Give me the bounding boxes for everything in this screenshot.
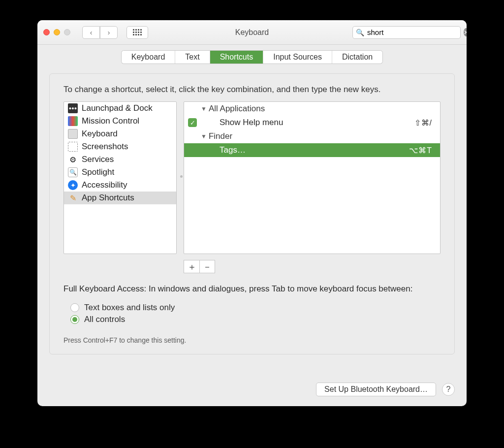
category-list[interactable]: ●●● Launchpad & Dock Mission Control Key… [63,101,177,254]
category-label: Keyboard [82,129,118,139]
lists-container: ●●● Launchpad & Dock Mission Control Key… [63,101,441,254]
category-spotlight[interactable]: 🔍 Spotlight [64,166,176,179]
back-button[interactable]: ‹ [82,26,100,39]
category-label: Mission Control [82,116,139,126]
gear-icon: ⚙︎ [68,155,78,164]
category-app-shortcuts[interactable]: ✎ App Shortcuts [64,192,176,204]
screenshots-icon [68,142,78,152]
disclosure-triangle-icon[interactable]: ▼ [201,105,207,112]
content-area: Keyboard Text Shortcuts Input Sources Di… [37,45,467,406]
tab-dictation[interactable]: Dictation [332,51,382,64]
shortcut-tags[interactable]: ✓ Tags… ⌥⌘T [184,143,440,157]
disclosure-triangle-icon[interactable]: ▼ [201,133,207,140]
minimize-window-button[interactable] [54,29,60,35]
tab-input-sources[interactable]: Input Sources [263,51,332,64]
category-mission-control[interactable]: Mission Control [64,115,176,128]
radio-icon[interactable] [70,315,79,324]
tab-text[interactable]: Text [175,51,210,64]
search-input[interactable] [367,28,461,36]
radio-icon[interactable] [70,303,79,312]
shortcut-keys[interactable]: ⌥⌘T [409,146,432,155]
radio-label: All controls [84,315,125,324]
show-all-button[interactable] [126,26,148,39]
traffic-lights [43,29,70,35]
radio-label: Text boxes and lists only [84,303,175,313]
shortcut-show-help-menu[interactable]: ✓ Show Help menu ⇧⌘/ [184,116,440,129]
resize-handle[interactable] [180,175,183,178]
spotlight-icon: 🔍 [68,167,78,177]
category-label: Screenshots [82,142,128,152]
shortcuts-panel: To change a shortcut, select it, click t… [49,73,455,354]
category-label: Accessibility [82,180,127,190]
window-title: Keyboard [235,28,269,37]
app-shortcuts-icon: ✎ [68,193,78,203]
category-label: Launchpad & Dock [82,103,153,113]
category-screenshots[interactable]: Screenshots [64,140,176,153]
forward-button[interactable]: › [100,26,118,39]
shortcut-list[interactable]: ▼ All Applications ✓ Show Help menu ⇧⌘/ … [184,101,441,254]
keyboard-icon [68,129,78,139]
category-keyboard[interactable]: Keyboard [64,128,176,140]
category-label: App Shortcuts [82,193,134,203]
tabs: Keyboard Text Shortcuts Input Sources Di… [122,51,382,64]
chevron-left-icon: ‹ [90,29,93,36]
remove-shortcut-button[interactable]: － [199,260,215,273]
footer: Set Up Bluetooth Keyboard… ? [49,376,455,396]
zoom-window-button [64,29,70,35]
category-services[interactable]: ⚙︎ Services [64,153,176,166]
category-label: Services [82,155,114,164]
full-keyboard-label: Full Keyboard Access: In windows and dia… [63,284,441,294]
radio-text-boxes-only[interactable]: Text boxes and lists only [70,303,441,313]
category-launchpad-dock[interactable]: ●●● Launchpad & Dock [64,102,176,115]
search-field[interactable]: 🔍 ✕ [352,26,461,39]
launchpad-icon: ●●● [68,103,78,113]
tab-keyboard[interactable]: Keyboard [122,51,176,64]
shortcut-group-finder[interactable]: ▼ Finder [184,129,440,143]
setup-bluetooth-button[interactable]: Set Up Bluetooth Keyboard… [316,383,436,396]
hint-text: Press Control+F7 to change this setting. [63,336,441,344]
add-shortcut-button[interactable]: ＋ [184,260,199,273]
shortcut-name: Show Help menu [220,118,414,128]
category-label: Spotlight [82,167,114,177]
checkbox-enabled[interactable]: ✓ [188,118,197,127]
titlebar: ‹ › Keyboard 🔍 ✕ [37,20,467,45]
accessibility-icon: ✦ [68,180,78,190]
instruction-text: To change a shortcut, select it, click t… [63,85,441,95]
mission-control-icon [68,116,78,126]
nav-group: ‹ › [82,26,118,39]
tab-shortcuts[interactable]: Shortcuts [210,51,264,64]
search-icon: 🔍 [356,29,364,36]
clear-search-button[interactable]: ✕ [464,28,467,36]
close-window-button[interactable] [43,29,50,35]
shortcut-group-all-applications[interactable]: ▼ All Applications [184,102,440,116]
grid-icon [133,29,142,35]
shortcut-name: Tags… [220,145,409,155]
category-accessibility[interactable]: ✦ Accessibility [64,179,176,192]
group-label: Finder [209,131,232,141]
preferences-window: ‹ › Keyboard 🔍 ✕ Keyboard Text Shortcuts… [37,20,467,406]
radio-all-controls[interactable]: All controls [70,315,441,324]
shortcut-keys[interactable]: ⇧⌘/ [414,118,432,128]
group-label: All Applications [209,104,265,114]
help-button[interactable]: ? [442,383,455,396]
add-remove-buttons: ＋ － [184,260,441,273]
chevron-right-icon: › [108,29,110,36]
